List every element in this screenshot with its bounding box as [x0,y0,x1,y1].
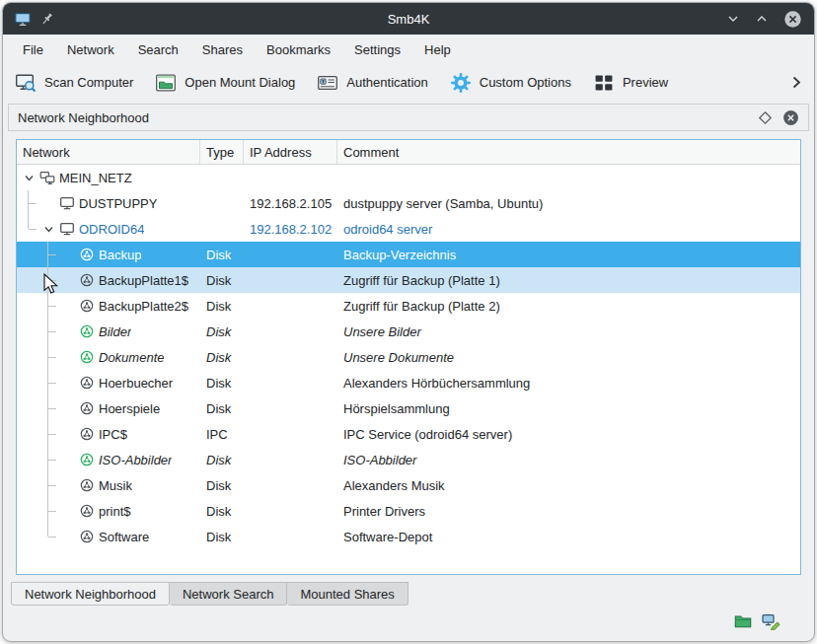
tree-row[interactable]: ODROID64 192.168.2.102 odroid64 server [17,216,800,242]
tree-row[interactable]: IPC$ IPC IPC Service (odroid64 server) [17,421,800,447]
item-name: Musik [99,478,132,493]
tree-row[interactable]: Backup Disk Backup-Verzeichnis [17,242,800,267]
tree-indent [19,216,58,242]
tree-guide [58,319,78,344]
menu-bookmarks[interactable]: Bookmarks [257,38,340,61]
statusbar [3,606,814,641]
close-dock-button[interactable] [782,109,799,126]
share-icon [79,503,95,519]
column-header-network[interactable]: Network [17,140,200,164]
menu-network[interactable]: Network [57,38,124,61]
dock-titlebar[interactable]: Network Neighborhood [8,104,809,131]
menu-settings[interactable]: Settings [344,38,410,61]
tree-row[interactable]: Bilder Disk Unsere Bilder [17,319,800,344]
tree-guide [58,370,78,395]
toolbar-button-label: Open Mount Dialog [185,75,295,90]
cell-comment: Printer Drivers [337,498,800,524]
tree-guide [58,524,78,549]
tree-row[interactable]: Dokumente Disk Unsere Dokumente [17,344,800,370]
tree-guide [19,472,38,498]
tree-guide [19,216,38,242]
maximize-button[interactable] [755,13,769,25]
tree-indent [19,498,78,524]
share-icon [79,375,95,391]
cell-network: Dokumente [17,344,200,370]
tree-guide [58,421,78,447]
tab-network-neighborhood[interactable]: Network Neighborhood [11,582,170,606]
float-dock-button[interactable] [758,110,773,125]
share-icon [79,298,95,314]
cell-ip-address [244,472,337,498]
expander-icon[interactable] [38,216,58,242]
tab-network-search[interactable]: Network Search [170,582,287,606]
share-icon [79,452,95,467]
minimize-button[interactable] [726,13,740,25]
tree-row[interactable]: BackupPlatte2$ Disk Zugriff für Backup (… [17,293,800,319]
cell-ip-address: 192.168.2.102 [244,216,337,242]
tree-row[interactable]: print$ Disk Printer Drivers [17,498,800,524]
tree-row[interactable]: Hoerspiele Disk Hörspielsammlung [17,395,800,421]
tree-row[interactable]: Software Disk Software-Depot [17,524,800,549]
authentication-button[interactable]: Authentication [317,72,427,94]
cell-type: Disk [200,267,244,293]
tree-row[interactable]: Hoerbuecher Disk Alexanders Hörbüchersam… [17,370,800,395]
cell-network: Hoerspiele [17,395,200,421]
expander-icon[interactable] [19,165,38,190]
preview-button[interactable]: Preview [593,72,668,94]
scan-computer-button[interactable]: Scan Computer [15,72,133,94]
tree-indent [19,165,38,190]
dock-title: Network Neighborhood [18,110,748,125]
tree-row[interactable]: MEIN_NETZ [17,165,800,190]
share-icon [79,323,95,339]
tree-row[interactable]: ISO-Abbilder Disk ISO-Abbilder [17,447,800,472]
cell-type: IPC [200,421,244,447]
tree-guide [19,395,38,421]
tree-row[interactable]: Musik Disk Alexanders Musik [17,472,800,498]
column-header-comment[interactable]: Comment [337,140,800,164]
cell-network: Software [17,524,200,549]
toolbar-button-label: Authentication [346,75,427,90]
item-name: ODROID64 [79,222,144,237]
item-name: BackupPlatte1$ [99,273,188,288]
cell-type: Disk [200,293,244,319]
cell-network: MEIN_NETZ [17,165,200,190]
tree-row[interactable]: DUSTPUPPY 192.168.2.105 dustpuppy server… [17,190,800,216]
share-icon [79,349,95,365]
toolbar-button-label: Preview [623,75,668,90]
toolbar-overflow-button[interactable] [791,64,802,101]
item-name: print$ [99,504,131,519]
menu-help[interactable]: Help [414,38,461,61]
cell-type: Disk [200,395,244,421]
tree-guide [38,370,58,395]
cell-ip-address [244,242,337,267]
pin-icon[interactable] [39,12,54,27]
tree-guide [58,344,78,370]
tree-guide [19,447,38,472]
column-header-type[interactable]: Type [200,140,244,164]
smb4k-window: Smb4K File Network Search Shares Bookmar… [2,2,815,642]
cell-comment: Unsere Dokumente [337,344,800,370]
tree-guide [58,293,78,319]
column-header-ip-address[interactable]: IP Address [244,140,337,164]
tree-row[interactable]: BackupPlatte1$ Disk Zugriff für Backup (… [17,267,800,293]
share-icon [79,426,95,442]
cell-network: DUSTPUPPY [17,190,200,216]
cell-network: BackupPlatte2$ [17,293,200,319]
close-button[interactable] [783,10,802,29]
tab-mounted-shares[interactable]: Mounted Shares [287,582,408,606]
cell-comment [337,165,800,190]
tree-guide [38,319,58,344]
toolbar: Scan Computer Open Mount Dialog Authenti… [3,64,814,101]
cell-comment: IPC Service (odroid64 server) [337,421,800,447]
cell-type: Disk [200,319,244,344]
menu-file[interactable]: File [13,38,53,61]
open-mount-dialog-button[interactable]: Open Mount Dialog [155,72,295,94]
menu-shares[interactable]: Shares [192,38,253,61]
custom-options-button[interactable]: Custom Options [450,72,571,94]
tree-guide [58,267,78,293]
tree-guide [58,472,78,498]
titlebar[interactable]: Smb4K [3,3,814,35]
menu-search[interactable]: Search [128,38,188,61]
cell-ip-address [244,165,337,190]
cell-comment: Alexanders Hörbüchersammlung [337,370,800,395]
